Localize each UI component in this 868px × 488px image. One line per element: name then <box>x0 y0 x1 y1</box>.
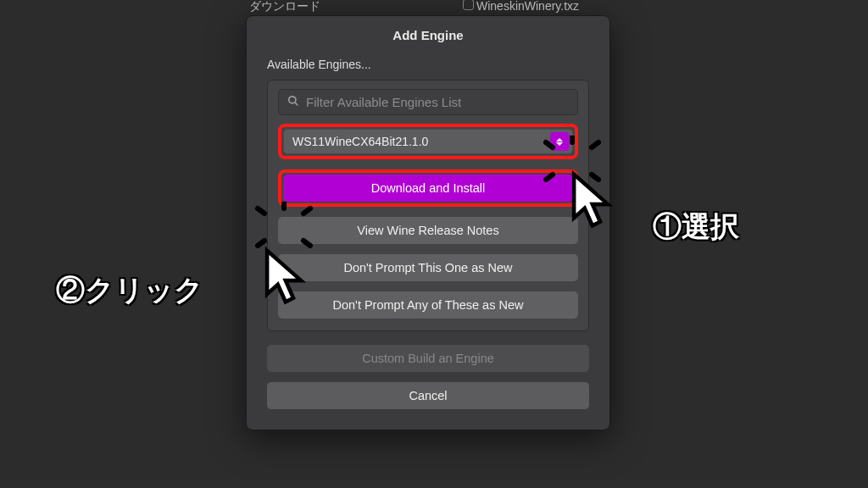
annotation-step-2: ②クリック <box>56 271 203 310</box>
engine-select-value: WS11WineCX64Bit21.1.0 <box>292 135 550 148</box>
dont-prompt-any-button[interactable]: Don't Prompt Any of These as New <box>278 291 578 319</box>
annotation-step-1: ①選択 <box>653 208 739 247</box>
engine-select[interactable]: WS11WineCX64Bit21.1.0 <box>283 129 573 154</box>
svg-point-0 <box>289 97 296 103</box>
svg-line-1 <box>295 103 298 105</box>
available-engines-label: Available Engines... <box>267 58 589 71</box>
modal-title: Add Engine <box>247 28 609 42</box>
background-checkbox <box>463 0 474 10</box>
custom-build-button: Custom Build an Engine <box>267 345 589 372</box>
view-release-notes-button[interactable]: View Wine Release Notes <box>278 217 578 244</box>
add-engine-modal: Add Engine Available Engines... WS11Wine… <box>246 15 610 430</box>
engines-group: WS11WineCX64Bit21.1.0 Download and Insta… <box>267 80 589 331</box>
cancel-button[interactable]: Cancel <box>267 382 589 409</box>
background-text-right: WineskinWinery.txz <box>476 0 579 13</box>
modal-body: Available Engines... WS11WineCX64Bit21.1… <box>247 58 609 430</box>
chevron-up-down-icon[interactable] <box>550 132 569 151</box>
download-install-button[interactable]: Download and Install <box>283 175 573 202</box>
search-input[interactable] <box>306 95 569 109</box>
select-highlight: WS11WineCX64Bit21.1.0 <box>278 124 578 159</box>
download-highlight: Download and Install <box>278 169 578 207</box>
search-icon <box>287 95 299 109</box>
dont-prompt-one-button[interactable]: Don't Prompt This One as New <box>278 254 578 281</box>
search-field-wrapper[interactable] <box>278 89 578 115</box>
background-text-left: ダウンロード <box>249 0 320 14</box>
